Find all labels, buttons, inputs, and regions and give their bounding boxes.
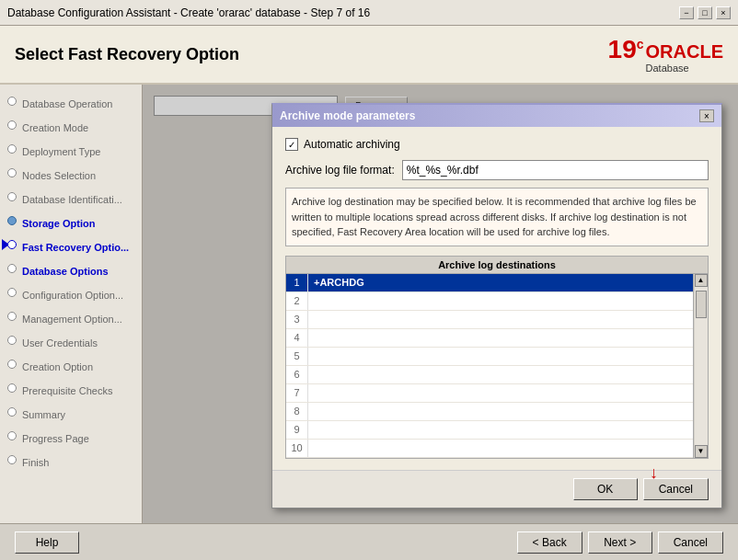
sidebar-item-deployment-type[interactable]: Deployment Type xyxy=(0,140,142,164)
sidebar-bullet xyxy=(7,144,17,154)
destinations-scrollbar[interactable]: ▲ ▼ xyxy=(693,274,708,458)
archive-log-format-input[interactable] xyxy=(402,160,709,180)
destination-row-6[interactable]: 6 xyxy=(286,366,693,384)
close-button[interactable]: × xyxy=(716,6,731,19)
destination-row-8[interactable]: 8 xyxy=(286,403,693,421)
title-bar: Database Configuration Assistant - Creat… xyxy=(0,0,738,26)
next-button[interactable]: Next > xyxy=(588,531,652,554)
ok-button[interactable]: OK xyxy=(573,478,638,500)
sidebar-bullet xyxy=(7,360,17,369)
sidebar-item-creation-mode[interactable]: Creation Mode xyxy=(0,116,142,140)
sidebar-item-configuration-options[interactable]: Configuration Option... xyxy=(0,283,142,307)
destination-row-2[interactable]: 2 xyxy=(286,292,693,311)
window-title: Database Configuration Assistant - Creat… xyxy=(7,6,370,19)
dialog-footer: OK Cancel xyxy=(272,470,721,508)
sidebar-bullet xyxy=(7,288,17,297)
destinations-table-container: 1 +ARCHDG 2 3 xyxy=(286,274,708,458)
sidebar-item-prerequisite-checks[interactable]: Prerequisite Checks xyxy=(0,379,142,403)
sidebar-label: Prerequisite Checks xyxy=(22,385,112,396)
sidebar-label: Database Options xyxy=(22,266,109,277)
scroll-thumb[interactable] xyxy=(696,291,707,318)
sidebar-item-creation-option[interactable]: Creation Option xyxy=(0,355,142,379)
sidebar-item-database-operation[interactable]: Database Operation xyxy=(0,92,142,116)
sidebar-label: Finish xyxy=(22,457,49,468)
window-controls: − □ × xyxy=(679,6,731,19)
header: Select Fast Recovery Option 19c ORACLE D… xyxy=(0,26,738,85)
help-button[interactable]: Help xyxy=(15,531,79,554)
footer-right: < Back Next > Cancel xyxy=(517,531,723,554)
sidebar-label: Creation Mode xyxy=(22,122,88,133)
main-window: Select Fast Recovery Option 19c ORACLE D… xyxy=(0,26,738,560)
automatic-archiving-label: Automatic archiving xyxy=(304,138,400,151)
destinations-section: Archive log destinations 1 +ARCHDG xyxy=(285,256,709,459)
checkbox-row: ✓ Automatic archiving xyxy=(285,138,709,151)
sidebar-bullet xyxy=(7,168,17,177)
destinations-header: Archive log destinations xyxy=(286,257,708,274)
sidebar-item-storage-option[interactable]: Storage Option xyxy=(0,211,142,235)
cancel-main-button[interactable]: Cancel xyxy=(658,531,723,554)
destination-row-10[interactable]: 10 xyxy=(286,440,693,458)
page-title: Select Fast Recovery Option xyxy=(15,45,239,64)
sidebar-item-management-options[interactable]: Management Option... xyxy=(0,307,142,331)
footer-left: Help xyxy=(15,531,79,554)
sidebar-item-user-credentials[interactable]: User Credentials xyxy=(0,331,142,355)
destination-row-9[interactable]: 9 xyxy=(286,421,693,440)
dialog-close-button[interactable]: × xyxy=(699,109,714,122)
dest-num-8: 8 xyxy=(286,403,308,420)
sidebar-bullet xyxy=(7,216,17,225)
dest-num-6: 6 xyxy=(286,366,308,383)
destination-row-1[interactable]: 1 +ARCHDG xyxy=(286,274,693,292)
minimize-button[interactable]: − xyxy=(679,6,694,19)
sidebar-bullet xyxy=(7,97,17,106)
sidebar-label: Storage Option xyxy=(22,218,95,229)
sidebar-label: User Credentials xyxy=(22,337,98,349)
dest-num-5: 5 xyxy=(286,348,308,365)
sidebar-label: Summary xyxy=(22,409,65,420)
destination-row-5[interactable]: 5 xyxy=(286,348,693,366)
sidebar-item-nodes-selection[interactable]: Nodes Selection xyxy=(0,164,142,188)
dest-value-1: +ARCHDG xyxy=(308,277,693,288)
footer: Help < Back Next > Cancel xyxy=(0,523,738,560)
scroll-down-button[interactable]: ▼ xyxy=(695,445,708,458)
dest-num-2: 2 xyxy=(286,292,308,310)
sidebar-item-database-options[interactable]: Database Options xyxy=(0,259,142,283)
sidebar-bullet xyxy=(7,383,17,393)
sidebar-item-finish[interactable]: Finish xyxy=(0,451,142,474)
oracle-version: 19c xyxy=(608,35,644,64)
destination-row-4[interactable]: 4 xyxy=(286,329,693,348)
sidebar-item-database-identification[interactable]: Database Identificati... xyxy=(0,188,142,211)
sidebar-bullet xyxy=(7,192,17,201)
destination-row-3[interactable]: 3 xyxy=(286,311,693,329)
sidebar-label: Nodes Selection xyxy=(22,170,96,181)
archive-log-format-label: Archive log file format: xyxy=(285,164,395,177)
info-text: Archive log destination may be specified… xyxy=(285,188,709,246)
sidebar-label: Creation Option xyxy=(22,361,93,372)
dialog-titlebar: Archive mode parameters × xyxy=(272,105,721,127)
sidebar-item-progress-page[interactable]: Progress Page xyxy=(0,427,142,451)
sidebar-label: Configuration Option... xyxy=(22,290,123,301)
scroll-track xyxy=(695,287,708,445)
main-content: Browse... Archive mode parameters × ✓ Au… xyxy=(143,85,738,523)
oracle-brand: ORACLE xyxy=(646,41,723,63)
destinations-rows: 1 +ARCHDG 2 3 xyxy=(286,274,693,458)
archive-mode-dialog: Archive mode parameters × ✓ Automatic ar… xyxy=(271,103,722,509)
maximize-button[interactable]: □ xyxy=(698,6,712,19)
dialog-title: Archive mode parameters xyxy=(280,109,415,122)
sidebar-label: Fast Recovery Optio... xyxy=(22,242,129,253)
dest-num-10: 10 xyxy=(286,440,308,457)
sidebar-label: Management Option... xyxy=(22,314,122,325)
sidebar-bullet xyxy=(7,431,17,440)
automatic-archiving-checkbox[interactable]: ✓ xyxy=(285,138,298,151)
dest-num-3: 3 xyxy=(286,311,308,328)
scroll-up-button[interactable]: ▲ xyxy=(695,274,708,287)
sidebar-bullet xyxy=(7,240,17,249)
destination-row-7[interactable]: 7 xyxy=(286,384,693,403)
oracle-product: Database xyxy=(646,63,689,74)
sidebar: Database Operation Creation Mode Deploym… xyxy=(0,85,143,523)
oracle-logo: 19c ORACLE Database xyxy=(608,35,723,74)
sidebar-item-summary[interactable]: Summary xyxy=(0,403,142,427)
content-area: Database Operation Creation Mode Deploym… xyxy=(0,85,738,523)
back-button[interactable]: < Back xyxy=(517,531,582,554)
sidebar-item-fast-recovery[interactable]: Fast Recovery Optio... xyxy=(0,235,142,259)
sidebar-label: Database Operation xyxy=(22,98,112,109)
